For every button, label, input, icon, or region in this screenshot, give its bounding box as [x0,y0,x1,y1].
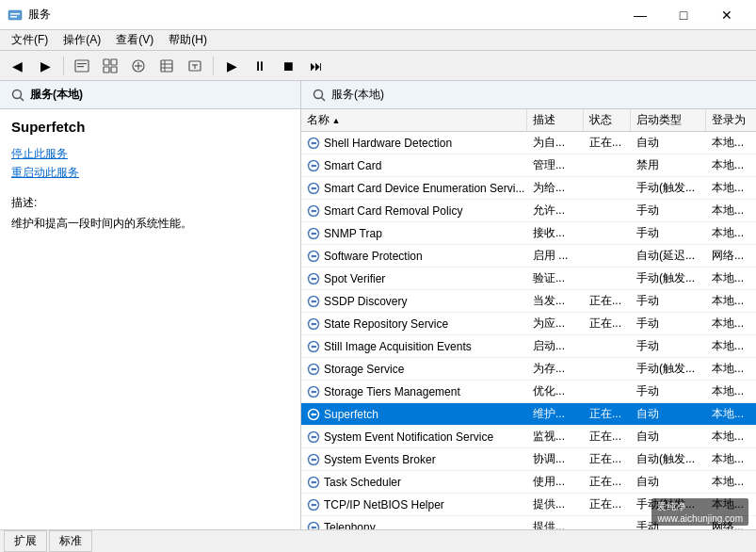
table-row[interactable]: Task Scheduler 使用... 正在... 自动 本地... [301,471,756,494]
svg-line-21 [21,97,24,101]
desc-label: 描述: [0,186,300,213]
svg-rect-1 [10,13,20,15]
service-login: 本地... [706,471,756,493]
service-start-type: 手动(触发... [631,177,706,199]
service-desc: 提供... [527,516,584,529]
right-panel-header-text: 服务(本地) [331,87,384,103]
service-desc: 为应... [527,313,584,334]
service-status [584,163,631,169]
table-row[interactable]: Storage Service 为存... 手动(触发... 本地... [301,358,756,381]
row-icon [307,498,320,511]
toolbar-btn-3[interactable] [125,54,152,78]
table-row[interactable]: TCP/IP NetBIOS Helper 提供... 正在... 手动(触发.… [301,494,756,516]
table-row[interactable]: Smart Card Device Enumeration Servi... 为… [301,177,756,200]
service-desc: 为自... [527,132,584,154]
service-desc: 维护... [527,403,584,425]
restart-service-link[interactable]: 重启动此服务 [11,163,289,182]
table-row[interactable]: Shell Hardware Detection 为自... 正在... 自动 … [301,132,756,154]
table-row[interactable]: SNMP Trap 接收... 手动 本地... [301,222,756,245]
col-header-name[interactable]: 名称 [301,109,527,131]
stop-service-link[interactable]: 停止此服务 [11,144,289,163]
toolbar: ◀ ▶ ▶ ⏸ ⏹ ⏭ [0,51,756,81]
table-row[interactable]: Smart Card Removal Policy 允许... 手动 本地... [301,200,756,222]
menu-help[interactable]: 帮助(H) [161,30,215,50]
svg-rect-5 [77,66,84,67]
title-bar: 服务 — □ ✕ [0,0,756,30]
minimize-button[interactable]: — [619,0,662,30]
right-panel-search-icon [313,89,326,102]
row-icon [307,317,320,331]
toolbar-btn-4[interactable] [153,54,180,78]
service-start-type: 手动(触发... [631,494,706,515]
maximize-button[interactable]: □ [662,0,705,30]
table-row[interactable]: System Event Notification Service 监视... … [301,426,756,448]
service-start-type: 手动 [631,516,706,529]
table-row[interactable]: State Repository Service 为应... 正在... 手动 … [301,313,756,335]
toolbar-separator-1 [63,57,64,75]
services-table[interactable]: 名称 描述 状态 启动类型 登录为 Shell Hardware Detecti… [301,109,756,529]
service-login: 本地... [706,448,756,470]
tab-expand[interactable]: 扩展 [4,530,47,552]
restart-button[interactable]: ⏭ [303,54,330,78]
service-status [584,231,631,236]
col-header-start-type[interactable]: 启动类型 [631,109,706,131]
svg-rect-13 [161,60,172,72]
svg-rect-4 [77,63,87,64]
service-status [584,276,631,282]
table-row[interactable]: Smart Card 管理... 禁用 本地... [301,154,756,177]
row-icon [307,340,320,353]
pause-button[interactable]: ⏸ [247,54,273,78]
svg-point-22 [314,89,323,98]
table-row[interactable]: Superfetch 维护... 正在... 自动 本地... [301,403,756,426]
service-login: 本地... [706,154,756,176]
toolbar-btn-2[interactable] [97,54,123,78]
forward-button[interactable]: ▶ [32,54,58,78]
service-status: 正在... [584,313,631,334]
service-name: Software Protection [324,250,423,263]
play-button[interactable]: ▶ [218,54,245,78]
left-panel-actions: 停止此服务 重启动此服务 [0,140,300,186]
service-login: 网络... [706,516,756,529]
col-header-desc[interactable]: 描述 [527,109,584,131]
service-login: 本地... [706,313,756,334]
svg-point-41 [309,522,319,529]
menu-action[interactable]: 操作(A) [56,30,108,50]
table-row[interactable]: System Events Broker 协调... 正在... 自动(触发..… [301,448,756,471]
toolbar-separator-2 [213,57,214,75]
service-start-type: 自动 [631,132,706,154]
service-login: 网络... [706,245,756,267]
service-name: SNMP Trap [324,227,382,240]
service-login: 本地... [706,426,756,447]
close-button[interactable]: ✕ [705,0,748,30]
app-icon [8,8,23,23]
col-header-status[interactable]: 状态 [584,109,631,131]
toolbar-btn-1[interactable] [69,54,95,78]
menu-view[interactable]: 查看(V) [108,30,161,50]
service-status: 正在... [584,290,631,312]
desc-text: 维护和提高一段时间内的系统性能。 [0,213,300,243]
table-row[interactable]: Still Image Acquisition Events 启动... 手动 … [301,335,756,358]
service-desc: 验证... [527,268,584,289]
right-panel: 服务(本地) 名称 描述 状态 启动类型 登录为 [301,81,756,529]
table-row[interactable]: SSDP Discovery 当发... 正在... 手动 本地... [301,290,756,313]
svg-line-23 [322,97,326,101]
back-button[interactable]: ◀ [4,54,30,78]
table-row[interactable]: Software Protection 启用 ... 自动(延迟... 网络..… [301,245,756,268]
menu-file[interactable]: 文件(F) [4,30,56,50]
toolbar-btn-5[interactable] [182,54,208,78]
service-desc: 启用 ... [527,245,584,267]
col-header-login[interactable]: 登录为 [706,109,756,131]
service-start-type: 自动(触发... [631,448,706,470]
table-row[interactable]: Storage Tiers Management 优化... 手动 本地... [301,381,756,403]
service-name: State Repository Service [324,317,448,331]
service-desc: 当发... [527,290,584,312]
table-row[interactable]: Telephony 提供... 手动 网络... [301,516,756,529]
tab-standard[interactable]: 标准 [49,530,92,552]
stop-button[interactable]: ⏹ [275,54,301,78]
service-desc: 管理... [527,154,584,176]
service-start-type: 禁用 [631,154,706,176]
table-row[interactable]: Spot Verifier 验证... 手动(触发... 本地... [301,268,756,290]
table-body: Shell Hardware Detection 为自... 正在... 自动 … [301,132,756,529]
svg-rect-6 [104,59,109,65]
row-icon [307,385,320,398]
